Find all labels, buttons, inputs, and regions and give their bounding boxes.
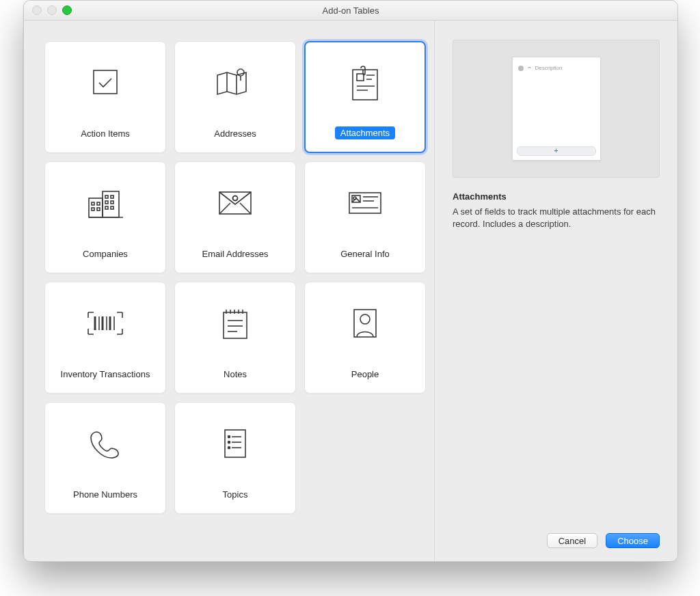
svg-rect-8 <box>89 198 103 217</box>
detail-description: A set of fields to track multiple attach… <box>453 206 660 230</box>
svg-rect-46 <box>225 430 245 457</box>
tile-label: Topics <box>217 488 254 501</box>
svg-rect-11 <box>105 195 108 198</box>
svg-point-47 <box>228 435 230 437</box>
tile-companies[interactable]: Companies <box>44 161 166 273</box>
tile-label: General Info <box>335 247 395 260</box>
close-icon[interactable] <box>32 5 42 15</box>
svg-point-1 <box>237 69 244 76</box>
tile-attachments[interactable]: Attachments <box>304 41 426 153</box>
template-grid: Action Items Addresses <box>44 41 427 514</box>
svg-point-45 <box>360 314 370 324</box>
preview-column-label: Description <box>535 65 563 71</box>
tile-label: People <box>346 368 384 381</box>
tile-phone-numbers[interactable]: Phone Numbers <box>44 402 166 514</box>
tile-label: Action Items <box>75 127 135 140</box>
svg-rect-12 <box>111 195 113 198</box>
notepad-icon <box>219 282 251 364</box>
delete-dot-icon <box>518 66 524 71</box>
svg-rect-44 <box>354 310 376 337</box>
buildings-icon <box>85 162 126 243</box>
list-doc-icon <box>221 403 250 484</box>
paperclip-icon: 𝄐 <box>528 64 531 72</box>
tile-addresses[interactable]: Addresses <box>174 41 296 153</box>
minimize-icon[interactable] <box>47 5 57 15</box>
tile-label: Inventory Transactions <box>55 368 156 381</box>
checkbox-icon <box>87 42 124 123</box>
titlebar: Add-on Tables <box>24 1 677 21</box>
choose-button[interactable]: Choose <box>606 533 660 548</box>
zoom-icon[interactable] <box>62 5 72 15</box>
svg-rect-15 <box>105 206 108 209</box>
svg-rect-17 <box>92 202 94 205</box>
svg-rect-14 <box>111 201 113 204</box>
svg-point-51 <box>228 446 230 448</box>
dialog-footer: Cancel Choose <box>453 525 660 548</box>
tile-label: Companies <box>77 247 133 260</box>
tile-label: Phone Numbers <box>68 488 143 501</box>
tile-label: Addresses <box>208 127 261 140</box>
envelope-at-icon <box>215 162 255 243</box>
tile-notes[interactable]: Notes <box>174 282 296 394</box>
svg-rect-19 <box>92 208 94 211</box>
detail-title: Attachments <box>453 191 660 202</box>
card-lines-icon <box>345 162 385 243</box>
tile-label: Email Addresses <box>197 247 274 260</box>
svg-rect-35 <box>224 312 247 338</box>
phone-handset-icon <box>88 403 122 484</box>
preview-thumbnail: 𝄐 Description + <box>453 40 660 178</box>
svg-rect-13 <box>105 201 108 204</box>
map-pin-icon <box>213 42 257 123</box>
svg-rect-7 <box>357 74 364 81</box>
svg-rect-20 <box>97 208 100 211</box>
tile-action-items[interactable]: Action Items <box>44 41 166 153</box>
svg-point-49 <box>228 441 230 443</box>
tile-general-info[interactable]: General Info <box>304 161 426 273</box>
preview-add-row: + <box>517 146 596 156</box>
tile-topics[interactable]: Topics <box>174 402 296 514</box>
window: Add-on Tables Action Items <box>23 0 678 562</box>
cancel-button[interactable]: Cancel <box>547 533 597 548</box>
window-controls <box>32 5 72 15</box>
tile-people[interactable]: People <box>304 282 426 394</box>
svg-rect-18 <box>97 202 100 205</box>
window-title: Add-on Tables <box>24 5 677 16</box>
tile-label: Notes <box>218 368 252 381</box>
barcode-icon <box>84 282 126 364</box>
person-frame-icon <box>351 282 379 364</box>
detail-panel: 𝄐 Description + Attachments A set of fie… <box>434 21 677 562</box>
attachment-doc-icon <box>347 42 383 122</box>
tile-email-addresses[interactable]: Email Addresses <box>174 161 296 273</box>
template-grid-panel: Action Items Addresses <box>24 21 434 562</box>
svg-rect-16 <box>111 206 113 209</box>
tile-inventory-transactions[interactable]: Inventory Transactions <box>44 282 166 394</box>
svg-rect-0 <box>94 70 117 94</box>
tile-label: Attachments <box>335 126 395 139</box>
